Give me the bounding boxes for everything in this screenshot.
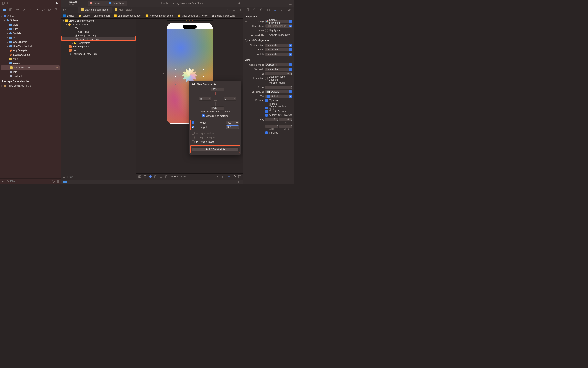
adjust-editor-icon[interactable] [232,8,236,11]
pin-trailing-input[interactable]: 77▾ [224,97,236,101]
tag-stepper[interactable]: 0▴▾ [265,72,292,76]
outline-constraints[interactable]: ▸📐Constraints [61,41,136,45]
group-solace[interactable]: ▾ Solace [0,18,61,22]
nav-find-icon[interactable] [22,8,26,11]
outline-filter-input[interactable] [67,176,135,178]
nav-item-models[interactable]: ▸Models [0,31,61,35]
stretch-y-stepper[interactable]: 0▴▾ [279,118,293,121]
nav-reports-icon[interactable] [54,8,58,11]
back-icon[interactable]: 〈 [68,8,71,11]
alpha-stepper[interactable]: 1▴▾ [265,85,292,89]
highlighted-select[interactable]: Highlighted Image⌄ [265,24,292,28]
crumb[interactable]: Solace Flower.png [215,14,235,17]
checkbox[interactable] [265,110,268,113]
sidebar-toggle-icon[interactable] [2,2,5,5]
scale-select[interactable]: Unspecified⌄ [265,48,292,52]
related-items-icon[interactable] [63,8,66,11]
add-constraints-button[interactable]: Add 2 Constraints [192,147,239,151]
canvas-orientation-icon[interactable] [154,175,157,178]
navigator-filter-input[interactable] [10,180,51,183]
selection-handle[interactable] [189,69,190,70]
canvas-help-icon[interactable]: ? [143,175,147,178]
pin-diagram[interactable]: 303▾ 76▾ 77▾ 328▾ [191,88,239,110]
nav-project-icon[interactable] [3,8,6,11]
sync-icon[interactable] [227,8,230,11]
pin-top-input[interactable]: 303▾ [211,88,224,91]
crumb[interactable]: LaunchScreen (Base) [118,14,141,17]
image-select[interactable]: Solace Flower.png⊕⌄ [265,20,292,23]
aspect-ratio-row[interactable]: ◩Aspect Ratio [191,140,239,144]
height-row[interactable]: ✓ Height 300▾ [191,125,239,129]
stop-button[interactable] [62,2,66,5]
plus-icon[interactable]: ＋ [245,95,247,98]
project-root[interactable]: ▾ Solace [0,14,61,18]
tab-launchscreen[interactable]: LaunchScreen (Base) [78,7,112,13]
semantic-select[interactable]: Unspecified⌄ [265,67,292,71]
content-mode-select[interactable]: Aspect Fit⌄ [265,63,292,67]
plus-icon[interactable]: ＋ [245,90,247,94]
constrain-margins-row[interactable]: ✓ Constrain to margins [191,114,239,118]
tab-main[interactable]: Main (Base) [112,7,135,13]
checkbox[interactable] [265,103,268,105]
debug-panel-icon[interactable] [238,180,241,184]
checkbox[interactable] [265,82,268,84]
canvas-device-label[interactable]: iPhone 14 Pro [171,175,186,178]
nav-item-appdelegate[interactable]: AppDelegate [0,48,61,53]
width-input[interactable]: 300▾ [226,121,239,125]
nav-back-icon[interactable] [7,2,10,5]
nav-breakpoints-icon[interactable] [48,8,51,11]
interface-builder-canvas[interactable]: Add New Constraints 303▾ 76▾ 77▾ 328▾ [136,18,243,180]
nav-item-info[interactable]: Info [0,70,61,74]
nav-item-files[interactable]: ▸Files [0,27,61,31]
tint-color-select[interactable]: Default⌄ [265,94,292,98]
nav-item-coordinators[interactable]: ▸Coordinators [0,40,61,44]
file-inspector-icon[interactable] [246,8,249,11]
new-tab-button[interactable]: ＋ [238,1,241,6]
stretch-w-stepper[interactable]: 1▴▾ [265,124,278,128]
outline-viewcontroller[interactable]: ▾View Controller [61,23,136,26]
nav-issues-icon[interactable] [29,8,32,11]
filter-icon[interactable] [62,175,66,179]
nav-item-launchscreen[interactable]: LaunchScreenM [1,65,60,70]
forward-icon[interactable]: 〉 [73,8,76,11]
plus-icon[interactable]: ＋ [245,24,247,28]
crumb[interactable]: View Controller [181,14,198,17]
selection-handle[interactable] [175,84,176,85]
checkbox[interactable] [265,34,268,37]
selection-handle[interactable] [203,76,204,77]
drawing-option[interactable]: Clears Graphics Context [265,106,292,110]
checkbox[interactable] [265,99,268,102]
crumb[interactable]: View [202,14,208,17]
nav-item-main[interactable]: Main [0,57,61,61]
nav-item-utils[interactable]: ▸Utils [0,22,61,27]
nav-fwd-icon[interactable] [12,2,16,5]
clock-icon[interactable] [52,180,55,183]
attributes-inspector-icon[interactable] [274,8,277,11]
crumb[interactable]: View Controller Scene [149,14,174,17]
outline-background[interactable]: 🖼Background.png [61,34,136,37]
outline-first-responder[interactable]: First Responder [61,45,136,48]
width-row[interactable]: ✓ Width 300▾ [191,121,239,125]
pin-leading-input[interactable]: 76▾ [199,97,211,101]
nav-item-assets[interactable]: Assets [0,61,61,65]
checkbox[interactable]: ✓ [192,121,194,124]
height-input[interactable]: 300▾ [226,125,239,129]
outline-view[interactable]: ▾▭View [61,26,136,30]
canvas-device-icon[interactable] [165,175,168,178]
package-row[interactable]: ▸ TinyConstraints 4.0.2 [0,84,61,88]
checkbox[interactable]: ✓ [192,126,194,129]
crumb[interactable]: Solace [82,14,90,17]
nav-item-rootviewcontroller[interactable]: ▸RootViewController [0,44,61,48]
checkbox[interactable] [265,131,268,134]
library-button[interactable] [289,2,292,5]
outline-solace-flower[interactable]: 🖼Solace Flower.png [62,37,135,41]
jump-bar[interactable]: 🟦 Solace〉 📁 Solace〉 LaunchScreen〉 🟨 Laun… [61,13,243,18]
outline-exit[interactable]: Exit [61,48,136,52]
align-tool-icon[interactable] [222,175,225,178]
stretch-x-stepper[interactable]: 0▴▾ [265,118,278,121]
identity-inspector-icon[interactable] [267,8,270,11]
outline-entry-point[interactable]: ➔Storyboard Entry Point [61,52,136,56]
outline-scene[interactable]: ▾🟨View Controller Scene [61,19,136,23]
checkbox[interactable] [265,107,268,109]
navigator-tree[interactable]: ▾ Solace ▾ Solace ▸Utils▸Files▸Models▸UI… [0,13,61,178]
